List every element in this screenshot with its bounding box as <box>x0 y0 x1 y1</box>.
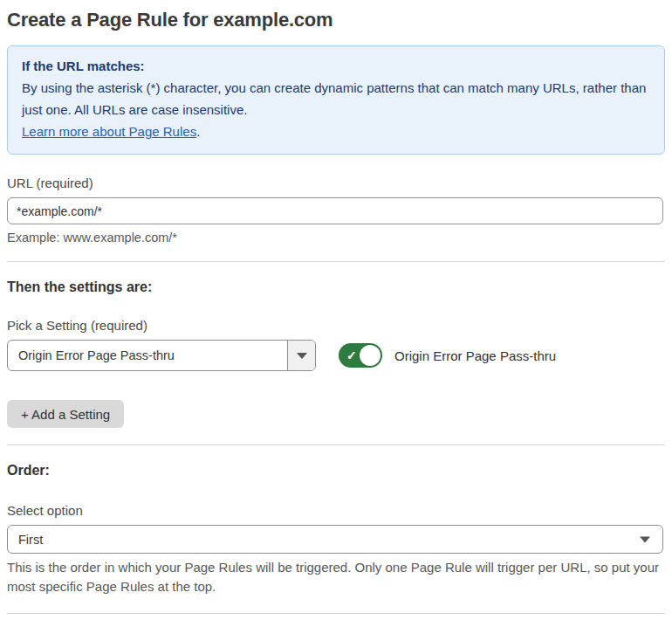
info-box-link-line: Learn more about Page Rules. <box>22 121 650 142</box>
order-section-heading: Order: <box>7 463 665 479</box>
chevron-down-icon <box>297 353 307 359</box>
divider <box>7 613 665 614</box>
order-select-value: First <box>18 533 43 547</box>
setting-row: Origin Error Page Pass-thru ✓ Origin Err… <box>7 340 665 371</box>
url-helper-text: Example: www.example.com/* <box>7 231 665 245</box>
setting-toggle-label: Origin Error Page Pass-thru <box>394 348 556 363</box>
setting-toggle-wrap: ✓ Origin Error Page Pass-thru <box>339 343 556 368</box>
pick-setting-label: Pick a Setting (required) <box>7 318 665 333</box>
info-box-heading: If the URL matches: <box>22 56 650 77</box>
order-select-label: Select option <box>7 503 665 518</box>
order-helper-text: This is the order in which your Page Rul… <box>7 558 663 596</box>
setting-select[interactable]: Origin Error Page Pass-thru <box>7 340 316 371</box>
toggle-knob <box>360 345 381 366</box>
divider <box>7 261 665 262</box>
add-setting-button[interactable]: + Add a Setting <box>7 400 124 428</box>
setting-select-value: Origin Error Page Pass-thru <box>8 341 287 370</box>
divider <box>7 444 665 445</box>
setting-select-arrow-segment[interactable] <box>287 341 315 370</box>
setting-toggle[interactable]: ✓ <box>339 343 382 368</box>
info-box-body: By using the asterisk (*) character, you… <box>22 77 650 121</box>
chevron-down-icon <box>640 536 650 542</box>
url-match-info-box: If the URL matches: By using the asteris… <box>7 45 665 155</box>
learn-more-link[interactable]: Learn more about Page Rules <box>22 124 196 139</box>
settings-section-heading: Then the settings are: <box>7 279 665 295</box>
url-input[interactable] <box>7 197 663 224</box>
page-title: Create a Page Rule for example.com <box>7 9 665 31</box>
url-field-label: URL (required) <box>7 176 665 190</box>
link-suffix: . <box>196 124 200 139</box>
order-select[interactable]: First <box>7 525 663 554</box>
check-icon: ✓ <box>346 349 357 362</box>
